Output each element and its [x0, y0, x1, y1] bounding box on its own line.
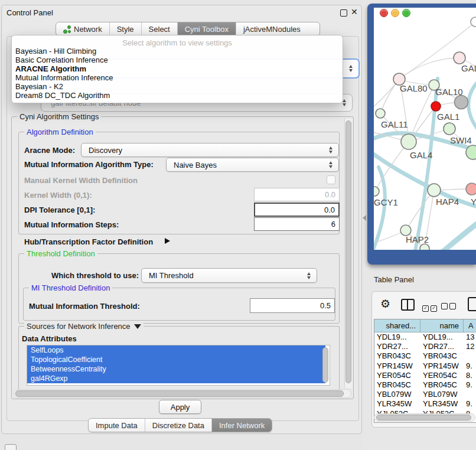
tab-select[interactable]: Select	[142, 22, 178, 35]
table-cell: 8.	[464, 371, 476, 380]
tab-impute-data[interactable]: Impute Data	[89, 419, 145, 432]
group-title: Algorithm Definition	[24, 128, 96, 136]
table-cell: YER054C	[374, 371, 420, 380]
which-threshold-value: MI Threshold	[149, 271, 194, 280]
split-columns-icon[interactable]	[401, 299, 415, 311]
tab-discretize-data[interactable]: Discretize Data	[145, 419, 212, 432]
expand-arrow-icon[interactable]	[165, 238, 170, 244]
table-cell: 9.	[464, 399, 476, 409]
network-node[interactable]	[376, 109, 385, 118]
tab-network[interactable]: Network	[56, 22, 110, 35]
algorithm-option[interactable]: ARACNE Algorithm	[12, 65, 343, 74]
network-node[interactable]	[466, 145, 476, 159]
float-window-icon[interactable]	[340, 9, 347, 17]
table-cell: YPR145W	[374, 361, 420, 371]
attribute-item[interactable]: BetweennessCentrality	[27, 364, 325, 374]
table-cell: 9.	[464, 380, 476, 390]
column-header[interactable]: A	[464, 319, 476, 332]
table-row[interactable]: YDR27...YDR27...12	[374, 342, 476, 351]
unchecked-boxes-icon[interactable]	[441, 301, 456, 312]
table-cell: YBL079W	[420, 390, 464, 399]
kernel-width-field[interactable]: 0.0	[254, 188, 340, 201]
network-node[interactable]	[431, 102, 441, 111]
algorithm-option[interactable]: Dream8 DC_TDC Algorithm	[12, 92, 343, 100]
tab-infer-network[interactable]: Infer Network	[212, 419, 272, 432]
network-view-window[interactable]: GALGAL80GAL10GAL1GAL11SWI4GAL4GCY1HAP4YH…	[367, 4, 476, 265]
thick-edge[interactable]	[444, 220, 476, 250]
tab-cyni-toolbox[interactable]: Cyni Toolbox	[178, 22, 236, 35]
table-row[interactable]: YLR345WYLR345W9.	[374, 399, 476, 409]
combobox-stepper-icon	[329, 161, 333, 168]
data-attributes-list[interactable]: SelfLoopsTopologicalCoefficientBetweenne…	[27, 345, 330, 386]
algorithm-option[interactable]: Bayesian - Hill Climbing	[12, 47, 343, 56]
settings-horizontal-scrollbar[interactable]	[14, 389, 351, 398]
network-node[interactable]	[401, 134, 416, 149]
algorithm-option[interactable]: Basic Correlation Inference	[12, 56, 343, 65]
document-icon[interactable]	[468, 297, 476, 311]
attribute-item[interactable]: TopologicalCoefficient	[27, 355, 325, 364]
settings-vertical-scrollbar[interactable]	[344, 119, 352, 388]
mi-algorithm-type-combobox[interactable]: Naive Bayes	[166, 158, 339, 172]
network-graph[interactable]: GALGAL80GAL10GAL1GAL11SWI4GAL4GCY1HAP4YH…	[374, 8, 476, 250]
table-row[interactable]: YBL079WYBL079W	[374, 390, 476, 399]
collapse-arrow-icon[interactable]	[134, 324, 141, 329]
thick-edge[interactable]	[468, 79, 476, 135]
apply-button[interactable]: Apply	[159, 400, 201, 414]
network-node[interactable]	[454, 52, 465, 64]
algorithm-option[interactable]: Bayesian - K2	[12, 83, 343, 92]
mi-threshold-field[interactable]: 0.5	[250, 298, 335, 313]
tab-jactivemnodules[interactable]: jActiveMNodules	[236, 22, 308, 35]
network-node[interactable]	[420, 244, 429, 250]
mi-steps-field[interactable]: 6	[254, 217, 340, 231]
aracne-mode-label: Aracne Mode:	[24, 146, 75, 155]
network-node[interactable]	[428, 184, 441, 197]
dpi-tolerance-field[interactable]: 0.0	[254, 203, 340, 217]
aracne-mode-combobox[interactable]: Discovery	[81, 143, 339, 157]
scrollbar-thumb[interactable]	[345, 120, 351, 383]
which-threshold-combobox[interactable]: MI Threshold	[141, 268, 317, 283]
thin-edge[interactable]	[399, 58, 459, 79]
table-cell	[464, 390, 476, 399]
network-canvas[interactable]: GALGAL80GAL10GAL1GAL11SWI4GAL4GCY1HAP4YH…	[374, 8, 476, 250]
checked-boxes-icon[interactable]: ✓✓	[422, 301, 437, 312]
network-node[interactable]	[444, 123, 455, 135]
close-panel-icon[interactable]: ✕	[351, 7, 358, 17]
data-table[interactable]: shared... name A YDL19...YDL19...13YDR27…	[374, 319, 476, 423]
network-graph-icon	[63, 25, 71, 33]
mi-algorithm-type-label: Mutual Information Algorithm Type:	[24, 160, 154, 169]
scrollbar-thumb[interactable]	[322, 347, 328, 383]
node-label: GCY1	[374, 197, 398, 207]
network-node[interactable]	[471, 17, 476, 27]
gear-icon[interactable]: ⚙	[380, 298, 390, 309]
attribute-item[interactable]: SelfLoops	[27, 345, 325, 355]
scrollbar-thumb[interactable]	[15, 390, 344, 397]
manual-kernel-width-checkbox[interactable]	[327, 175, 335, 184]
network-node[interactable]	[466, 183, 476, 195]
attribute-item[interactable]: gal4RGexp	[27, 374, 325, 383]
thick-edge[interactable]	[374, 167, 385, 250]
column-header[interactable]: name	[420, 319, 464, 332]
node-label: GAL80	[400, 83, 428, 93]
bottom-left-widget[interactable]	[5, 444, 17, 450]
node-label: HAP4	[436, 197, 459, 207]
table-row[interactable]: YBR045CYBR045C9.	[374, 380, 476, 390]
network-node[interactable]	[374, 187, 379, 196]
hub-definition-label: Hub/Transcription Factor Definition	[24, 237, 153, 246]
node-label: GAL11	[381, 119, 408, 129]
scrollbar-thumb[interactable]	[376, 415, 471, 420]
table-horizontal-scrollbar[interactable]	[374, 413, 475, 422]
table-row[interactable]: YBR043CYBR043C	[374, 351, 476, 361]
network-node[interactable]	[455, 96, 468, 109]
app-root: GALGAL80GAL10GAL1GAL11SWI4GAL4GCY1HAP4YH…	[0, 0, 476, 450]
table-cell: YDL19...	[420, 332, 464, 342]
table-cell: YDR27...	[374, 342, 420, 351]
table-row[interactable]: YER054CYER054C8.	[374, 371, 476, 380]
column-header[interactable]: shared...	[374, 319, 420, 332]
bottom-tabbar: Impute DataDiscretize DataInfer Network	[88, 418, 272, 432]
algorithm-option[interactable]: Mutual Information Inference	[12, 74, 343, 83]
table-row[interactable]: YPR145WYPR145W9.	[374, 361, 476, 371]
tab-style[interactable]: Style	[110, 22, 142, 35]
table-row[interactable]: YDL19...YDL19...13	[374, 332, 476, 342]
panel-collapse-handle[interactable]	[363, 215, 366, 221]
aracne-mode-value: Discovery	[89, 146, 122, 155]
